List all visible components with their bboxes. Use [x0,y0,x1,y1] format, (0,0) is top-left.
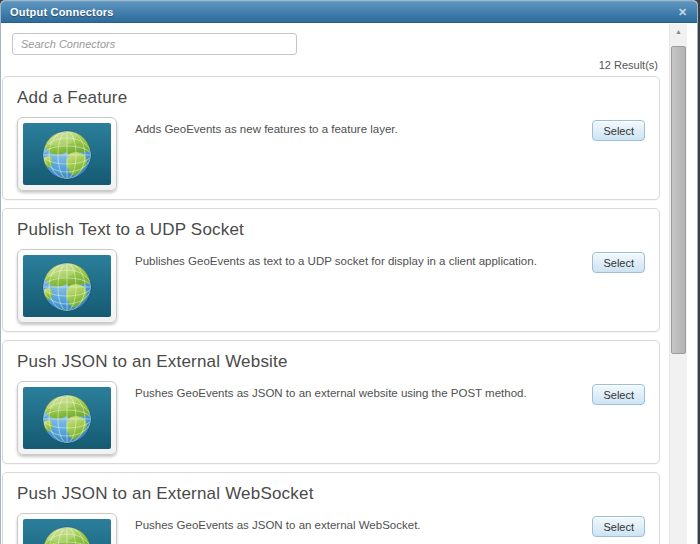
connector-card-push-json-websocket: Push JSON to an External WebSocket Pushe… [2,472,660,544]
close-icon[interactable]: ✕ [675,5,690,20]
connector-card-add-a-feature: Add a Feature Adds GeoEvents as new feat… [2,76,660,200]
connector-description: Adds GeoEvents as new features to a feat… [117,117,592,138]
select-button[interactable]: Select [592,252,645,273]
globe-icon [23,255,111,317]
results-count: 12 Result(s) [2,59,658,71]
vertical-scrollbar[interactable]: ▲ [669,24,687,544]
connector-list: Add a Feature Adds GeoEvents as new feat… [2,76,660,544]
connector-title: Push JSON to an External Website [17,352,647,372]
select-button[interactable]: Select [592,384,645,405]
connector-card-publish-text-udp: Publish Text to a UDP Socket Publishes G… [2,208,660,332]
connector-description: Publishes GeoEvents as text to a UDP soc… [117,249,592,270]
connector-title: Publish Text to a UDP Socket [17,220,647,240]
connector-description: Pushes GeoEvents as JSON to an external … [117,513,592,534]
connector-title: Add a Feature [17,88,647,108]
connector-thumbnail [17,513,117,544]
connector-card-push-json-website: Push JSON to an External Website Pushes … [2,340,660,464]
search-input[interactable] [12,33,297,55]
globe-icon [23,123,111,185]
output-connectors-dialog: Output Connectors ✕ 12 Result(s) Add a F… [0,0,698,544]
scrollbar-thumb[interactable] [671,46,686,354]
connector-thumbnail [17,117,117,191]
connector-thumbnail [17,249,117,323]
dialog-body: 12 Result(s) Add a Feature Adds GeoEvent… [2,24,660,544]
connector-thumbnail [17,381,117,455]
dialog-title: Output Connectors [10,6,114,18]
dialog-titlebar[interactable]: Output Connectors ✕ [1,1,697,23]
connector-title: Push JSON to an External WebSocket [17,484,647,504]
connector-description: Pushes GeoEvents as JSON to an external … [117,381,592,402]
select-button[interactable]: Select [592,120,645,141]
scroll-up-arrow-icon[interactable]: ▲ [670,24,687,41]
globe-icon [23,387,111,449]
select-button[interactable]: Select [592,516,645,537]
globe-icon [23,519,111,544]
